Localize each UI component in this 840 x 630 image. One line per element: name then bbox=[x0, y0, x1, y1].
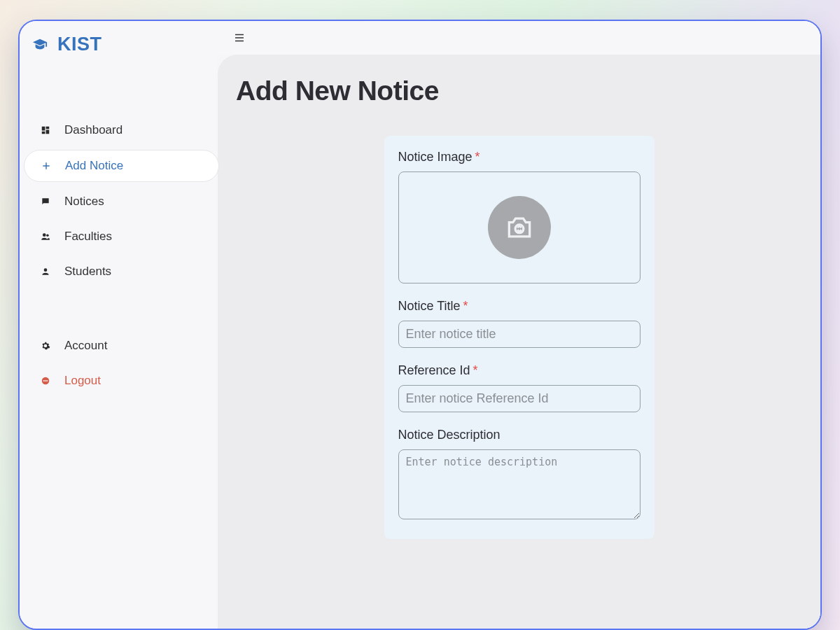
sidebar-item-label: Students bbox=[64, 265, 111, 279]
brand-name: KIST bbox=[57, 34, 102, 55]
notice-description-input[interactable] bbox=[398, 449, 640, 519]
sidebar-item-label: Dashboard bbox=[64, 123, 122, 137]
required-mark: * bbox=[475, 150, 480, 164]
sidebar-item-logout[interactable]: Logout bbox=[24, 365, 214, 396]
logout-icon bbox=[39, 376, 52, 386]
sidebar-item-label: Account bbox=[64, 339, 107, 353]
notice-title-label: Notice Title * bbox=[398, 299, 640, 314]
sidebar-item-students[interactable]: Students bbox=[24, 256, 214, 287]
notice-title-input[interactable] bbox=[398, 321, 640, 348]
notice-image-label: Notice Image * bbox=[398, 150, 640, 164]
chat-icon bbox=[39, 197, 52, 206]
gear-icon bbox=[39, 341, 52, 351]
sidebar-item-notices[interactable]: Notices bbox=[24, 186, 214, 217]
topbar bbox=[218, 21, 820, 55]
content: Add New Notice Notice Image * bbox=[218, 55, 820, 629]
required-mark: * bbox=[463, 299, 468, 314]
dashboard-icon bbox=[39, 125, 52, 135]
notice-description-label: Notice Description bbox=[398, 428, 640, 442]
sidebar-item-label: Add Notice bbox=[65, 159, 123, 173]
camera-icon bbox=[488, 196, 551, 259]
svg-point-2 bbox=[44, 268, 48, 272]
reference-id-label: Reference Id * bbox=[398, 363, 640, 378]
reference-id-input[interactable] bbox=[398, 385, 640, 412]
svg-rect-4 bbox=[43, 380, 48, 381]
hamburger-icon[interactable] bbox=[233, 31, 246, 44]
graduation-cap-icon bbox=[32, 37, 48, 52]
page-title: Add New Notice bbox=[236, 76, 820, 106]
nav: Dashboard Add Notice Notices Faculties bbox=[20, 113, 218, 398]
sidebar-item-label: Logout bbox=[64, 374, 101, 388]
sidebar-item-faculties[interactable]: Faculties bbox=[24, 221, 214, 252]
sidebar-item-add-notice[interactable]: Add Notice bbox=[24, 150, 219, 182]
main: Add New Notice Notice Image * bbox=[218, 21, 820, 629]
user-icon bbox=[39, 267, 52, 276]
svg-point-1 bbox=[46, 234, 49, 237]
sidebar-item-label: Notices bbox=[64, 195, 104, 209]
required-mark: * bbox=[473, 363, 478, 378]
plus-icon bbox=[40, 161, 52, 171]
users-icon bbox=[39, 232, 52, 241]
svg-point-0 bbox=[43, 233, 46, 237]
sidebar-item-dashboard[interactable]: Dashboard bbox=[24, 115, 214, 146]
add-notice-form: Notice Image * Notice Title * bbox=[384, 136, 654, 539]
sidebar-item-account[interactable]: Account bbox=[24, 330, 214, 361]
sidebar-item-label: Faculties bbox=[64, 230, 112, 244]
app-window: KIST Dashboard Add Notice Notices bbox=[18, 20, 822, 630]
brand: KIST bbox=[20, 31, 218, 55]
sidebar: KIST Dashboard Add Notice Notices bbox=[20, 21, 218, 629]
notice-image-upload[interactable] bbox=[398, 172, 640, 284]
